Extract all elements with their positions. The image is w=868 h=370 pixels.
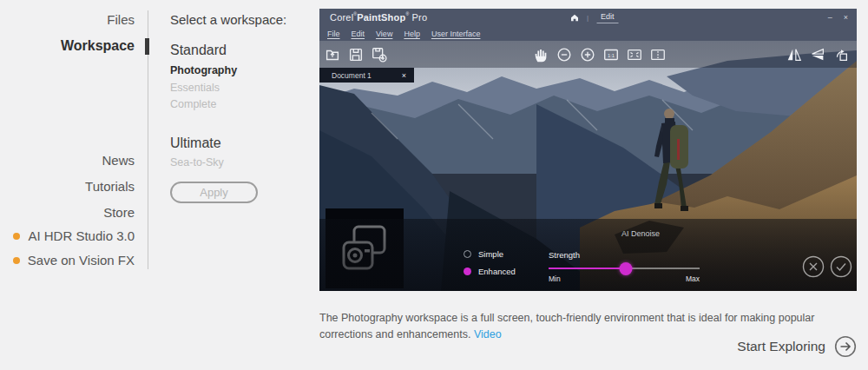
min-label: Min — [549, 274, 561, 283]
svg-text:1:1: 1:1 — [608, 52, 615, 57]
menu-file[interactable]: File — [327, 30, 340, 38]
workspace-option-photography[interactable]: Photography — [170, 64, 237, 76]
home-icon[interactable] — [569, 13, 579, 22]
sidebar-item-save-vision-fx[interactable]: Save on Vision FX — [13, 253, 135, 268]
workspace-preview-image: Corel®PaintShop® Pro | Edit – × File Edi… — [319, 9, 857, 291]
menu-bar: File Edit View Help User Interface — [319, 26, 857, 41]
radio-simple[interactable]: Simple — [464, 249, 516, 259]
save-icon[interactable] — [346, 45, 365, 64]
orange-dot-icon — [13, 257, 20, 264]
ai-denoise-panel: AI Denoise Simple Enhanced Strength Min … — [319, 219, 857, 291]
start-exploring-button[interactable]: Start Exploring — [737, 335, 857, 358]
flip-vertical-icon[interactable] — [808, 45, 827, 64]
panel-title: Select a workspace: — [170, 12, 286, 27]
sidebar-item-tutorials[interactable]: Tutorials — [85, 179, 135, 194]
zoom-out-icon[interactable] — [555, 45, 574, 64]
sidebar-item-label: Tutorials — [85, 179, 135, 194]
cancel-icon[interactable] — [802, 255, 825, 278]
sidebar-item-label: Store — [103, 205, 135, 220]
panel-title: AI Denoise — [621, 229, 660, 238]
document-tab-label: Document 1 — [332, 71, 372, 80]
rotate-icon[interactable] — [832, 45, 851, 64]
fit-to-page-icon[interactable] — [648, 45, 667, 64]
radio-enhanced[interactable]: Enhanced — [464, 267, 516, 276]
app-brand: Corel®PaintShop® Pro — [330, 12, 427, 23]
toolbar: 1:1 — [319, 41, 857, 68]
close-button[interactable]: × — [844, 13, 848, 22]
menu-user-interface[interactable]: User Interface — [431, 30, 481, 38]
titlebar-separator: | — [587, 14, 589, 22]
flip-horizontal-icon[interactable] — [785, 45, 804, 64]
workspace-option-essentials[interactable]: Essentials — [170, 82, 220, 94]
slider-track[interactable] — [549, 268, 700, 269]
pan-hand-icon[interactable] — [531, 45, 550, 64]
fit-to-window-icon[interactable] — [625, 45, 644, 64]
tab-edit[interactable]: Edit — [596, 12, 619, 23]
document-tab[interactable]: Document 1 × — [319, 68, 414, 83]
slider-thumb[interactable] — [619, 262, 632, 275]
group-heading-ultimate: Ultimate — [170, 135, 221, 151]
menu-view[interactable]: View — [376, 30, 392, 38]
arrow-right-circle-icon — [834, 335, 857, 358]
sidebar-item-label: AI HDR Studio 3.0 — [28, 228, 135, 243]
sidebar-item-label: Files — [107, 12, 135, 27]
workspace-option-sea-to-sky[interactable]: Sea-to-Sky — [170, 156, 224, 168]
sidebar-item-news[interactable]: News — [102, 153, 135, 168]
sidebar-item-ai-hdr-studio[interactable]: AI HDR Studio 3.0 — [13, 228, 135, 243]
menu-help[interactable]: Help — [404, 30, 420, 38]
start-exploring-label: Start Exploring — [737, 339, 825, 354]
active-item-indicator — [145, 38, 149, 55]
max-label: Max — [686, 274, 700, 283]
sidebar-item-label: News — [102, 153, 135, 168]
sidebar-item-files[interactable]: Files — [107, 12, 135, 27]
zoom-in-icon[interactable] — [578, 45, 597, 64]
group-heading-standard: Standard — [170, 43, 227, 58]
confirm-icon[interactable] — [830, 255, 852, 278]
radio-on-icon — [464, 268, 471, 275]
video-link[interactable]: Video — [474, 328, 502, 340]
slider-fill — [549, 268, 626, 269]
sidebar-item-label: Save on Vision FX — [28, 253, 135, 268]
new-image-icon[interactable] — [323, 45, 342, 64]
orange-dot-icon — [13, 233, 20, 240]
sidebar-item-store[interactable]: Store — [103, 205, 135, 220]
strength-slider: Strength Min Max — [549, 250, 700, 283]
radio-off-icon — [464, 250, 471, 258]
strength-label: Strength — [549, 250, 700, 260]
workspace-option-complete[interactable]: Complete — [170, 98, 217, 110]
zoom-one-to-one-icon[interactable]: 1:1 — [602, 45, 621, 64]
save-as-icon[interactable] — [370, 45, 389, 64]
apply-button[interactable]: Apply — [170, 182, 258, 203]
minimize-button[interactable]: – — [828, 13, 832, 22]
menu-edit[interactable]: Edit — [352, 30, 365, 38]
sidebar-item-workspace[interactable]: Workspace — [61, 38, 135, 54]
close-tab-icon[interactable]: × — [402, 71, 406, 80]
app-titlebar: Corel®PaintShop® Pro | Edit – × — [319, 9, 857, 26]
sidebar-item-label: Workspace — [61, 38, 135, 54]
